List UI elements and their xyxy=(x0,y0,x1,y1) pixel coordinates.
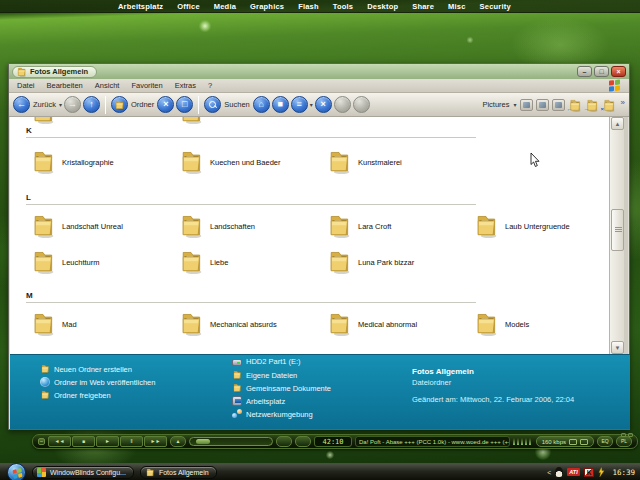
folder-item[interactable]: Luna Park bizzar xyxy=(326,249,466,279)
scrollbar-thumb[interactable] xyxy=(611,209,624,251)
place-arbeitsplatz[interactable]: Arbeitsplatz xyxy=(232,396,285,406)
top-menu-item-graphics[interactable]: Graphics xyxy=(250,2,284,11)
up-button[interactable]: ↑ xyxy=(83,96,100,113)
folders-button[interactable] xyxy=(111,96,128,113)
copy-button[interactable]: □ xyxy=(176,96,193,113)
folder-item[interactable]: Kuechen und Baeder xyxy=(178,149,318,179)
stop-button[interactable]: ■ xyxy=(72,436,95,447)
folder-delete-button[interactable]: × xyxy=(602,98,616,111)
next-button[interactable]: ►► xyxy=(144,436,167,447)
pictures-dropdown-icon[interactable]: ▾ xyxy=(514,101,517,108)
ati-tray-icon[interactable]: ATI xyxy=(567,468,579,476)
lightning-tray-icon[interactable] xyxy=(598,467,605,478)
folder-import-button[interactable]: ← xyxy=(568,98,582,111)
menu-hilfe[interactable]: ? xyxy=(208,81,212,90)
scroll-up-button[interactable]: ▲ xyxy=(611,117,624,130)
forward-button[interactable]: → xyxy=(64,96,81,113)
playlist-mini-icon[interactable] xyxy=(569,439,577,445)
folder-item[interactable]: Landschaften xyxy=(178,213,318,243)
start-button[interactable] xyxy=(7,463,26,480)
toolbar-overflow-chevron[interactable]: » xyxy=(621,98,625,107)
cut-button[interactable]: × xyxy=(157,96,174,113)
eq-button[interactable]: EQ xyxy=(597,436,613,447)
player-collapse-button[interactable]: – xyxy=(38,438,45,445)
folder-item[interactable]: Laub Untergruende xyxy=(473,213,609,243)
media-player-bar[interactable]: – ◄◄ ■ ► ‖ ►► ▲ 42:10 Da! Poft - Abase +… xyxy=(32,434,638,449)
title-bar[interactable]: Fotos Allgemein – □ × xyxy=(9,64,629,79)
taskbar-button-fotos-allgemein[interactable]: Fotos Allgemein xyxy=(140,466,217,479)
menu-favoriten[interactable]: Favoriten xyxy=(131,81,162,90)
seek-slider[interactable] xyxy=(189,437,273,446)
task-new-folder[interactable]: Neuen Ordner erstellen xyxy=(40,364,132,374)
filter-icon[interactable] xyxy=(552,99,565,111)
top-menu-item-arbeitsplatz[interactable]: Arbeitsplatz xyxy=(118,2,163,11)
player-shade-icon[interactable] xyxy=(621,433,626,437)
folder-item[interactable]: Mad xyxy=(30,311,170,341)
taskbar-clock[interactable]: 16:39 xyxy=(612,468,635,477)
menu-ansicht[interactable]: Ansicht xyxy=(95,81,120,90)
folder-item[interactable]: Landschaft Unreal xyxy=(30,213,170,243)
back-button[interactable]: ← xyxy=(13,96,30,113)
place-eigene-dateien[interactable]: Eigene Dateien xyxy=(232,370,297,380)
folder-item[interactable]: Leuchtturm xyxy=(30,249,170,279)
vertical-scrollbar[interactable]: ▲ ▼ xyxy=(609,117,624,354)
place-hdd2[interactable]: HDD2 Part1 (E:) xyxy=(232,357,301,366)
k-tray-icon[interactable]: K xyxy=(584,468,595,477)
task-publish-web[interactable]: Ordner im Web veröffentlichen xyxy=(40,377,155,387)
top-menu-item-desktop[interactable]: Desktop xyxy=(367,2,398,11)
search-button[interactable] xyxy=(204,96,221,113)
back-dropdown-icon[interactable]: ▾ xyxy=(59,101,62,108)
views-button[interactable]: ≡ xyxy=(291,96,308,113)
minimize-button[interactable]: – xyxy=(577,66,592,77)
tux-tray-icon[interactable] xyxy=(555,467,563,477)
folder-item[interactable]: Kristallographie xyxy=(30,149,170,179)
scroll-down-button[interactable]: ▼ xyxy=(611,341,624,354)
folders-label[interactable]: Ordner xyxy=(131,100,154,109)
top-menu-item-security[interactable]: Security xyxy=(480,2,511,11)
home-button[interactable]: ⌂ xyxy=(253,96,270,113)
seek-knob[interactable] xyxy=(196,439,210,444)
top-menu-item-media[interactable]: Media xyxy=(214,2,236,11)
folder-export-button[interactable]: → xyxy=(585,98,599,111)
document-button[interactable]: ■ xyxy=(272,96,289,113)
place-gemeinsame-dokumente[interactable]: Gemeinsame Dokumente xyxy=(232,383,331,393)
folder-item[interactable]: Mechanical absurds xyxy=(178,311,318,341)
play-button[interactable]: ► xyxy=(96,436,119,447)
folder-item[interactable]: Models xyxy=(473,311,609,341)
views-dropdown-icon[interactable]: ▾ xyxy=(310,101,313,108)
delete-button[interactable]: × xyxy=(315,96,332,113)
folder-item[interactable]: Lara Croft xyxy=(326,213,466,243)
print-button[interactable] xyxy=(334,96,351,113)
eject-button[interactable]: ▲ xyxy=(170,436,186,447)
player-option-a-button[interactable] xyxy=(276,436,292,447)
taskbar-button-windowblinds[interactable]: WindowBlinds Configu... xyxy=(32,466,134,479)
properties-button[interactable] xyxy=(353,96,370,113)
shuffle-mini-icon[interactable] xyxy=(580,439,588,445)
image-view-icon[interactable] xyxy=(520,99,533,111)
prev-button[interactable]: ◄◄ xyxy=(48,436,71,447)
menu-datei[interactable]: Datei xyxy=(17,81,35,90)
task-share-folder[interactable]: Ordner freigeben xyxy=(40,390,111,400)
menu-extras[interactable]: Extras xyxy=(175,81,196,90)
search-label[interactable]: Suchen xyxy=(224,100,249,109)
menu-bearbeiten[interactable]: Bearbeiten xyxy=(47,81,83,90)
player-close-icon[interactable] xyxy=(628,433,633,437)
player-option-b-button[interactable] xyxy=(295,436,311,447)
back-label[interactable]: Zurück xyxy=(33,100,56,109)
slideshow-icon[interactable] xyxy=(536,99,549,111)
pause-button[interactable]: ‖ xyxy=(120,436,143,447)
top-menu-item-flash[interactable]: Flash xyxy=(298,2,319,11)
player-window-buttons[interactable] xyxy=(621,433,633,437)
top-menu-item-share[interactable]: Share xyxy=(412,2,434,11)
playlist-button[interactable]: PL xyxy=(616,436,632,447)
top-menu-item-misc[interactable]: Misc xyxy=(448,2,465,11)
folder-item[interactable]: Kunstmalerei xyxy=(326,149,466,179)
top-menu-item-tools[interactable]: Tools xyxy=(333,2,353,11)
top-menu-item-office[interactable]: Office xyxy=(177,2,199,11)
close-button[interactable]: × xyxy=(611,66,626,77)
file-list-pane[interactable]: K Kristallographie Kuechen und Baeder Ku… xyxy=(10,117,609,354)
pictures-dropdown[interactable]: Pictures xyxy=(482,100,509,109)
folder-item[interactable]: Liebe xyxy=(178,249,318,279)
tray-collapse-arrow[interactable]: < xyxy=(547,469,551,476)
folder-item[interactable]: Medical abnormal xyxy=(326,311,466,341)
